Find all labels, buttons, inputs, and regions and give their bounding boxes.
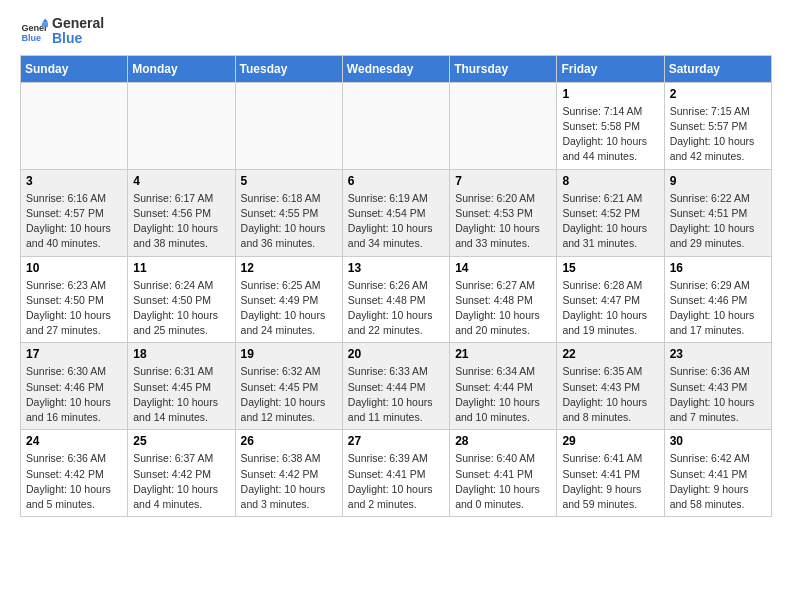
day-number: 9 <box>670 174 766 188</box>
calendar-cell: 15Sunrise: 6:28 AMSunset: 4:47 PMDayligh… <box>557 256 664 343</box>
calendar-week-row: 1Sunrise: 7:14 AMSunset: 5:58 PMDaylight… <box>21 82 772 169</box>
day-info: Sunrise: 6:35 AMSunset: 4:43 PMDaylight:… <box>562 364 658 425</box>
day-info: Sunrise: 6:31 AMSunset: 4:45 PMDaylight:… <box>133 364 229 425</box>
day-info: Sunrise: 6:26 AMSunset: 4:48 PMDaylight:… <box>348 278 444 339</box>
day-number: 5 <box>241 174 337 188</box>
weekday-header: Tuesday <box>235 55 342 82</box>
day-number: 1 <box>562 87 658 101</box>
calendar-cell: 8Sunrise: 6:21 AMSunset: 4:52 PMDaylight… <box>557 169 664 256</box>
calendar-cell: 30Sunrise: 6:42 AMSunset: 4:41 PMDayligh… <box>664 430 771 517</box>
day-number: 12 <box>241 261 337 275</box>
day-number: 7 <box>455 174 551 188</box>
calendar-table: SundayMondayTuesdayWednesdayThursdayFrid… <box>20 55 772 517</box>
day-number: 4 <box>133 174 229 188</box>
calendar-week-row: 10Sunrise: 6:23 AMSunset: 4:50 PMDayligh… <box>21 256 772 343</box>
day-number: 16 <box>670 261 766 275</box>
day-number: 2 <box>670 87 766 101</box>
calendar-cell: 24Sunrise: 6:36 AMSunset: 4:42 PMDayligh… <box>21 430 128 517</box>
day-info: Sunrise: 6:19 AMSunset: 4:54 PMDaylight:… <box>348 191 444 252</box>
day-info: Sunrise: 7:15 AMSunset: 5:57 PMDaylight:… <box>670 104 766 165</box>
day-number: 19 <box>241 347 337 361</box>
calendar-cell: 20Sunrise: 6:33 AMSunset: 4:44 PMDayligh… <box>342 343 449 430</box>
calendar-cell <box>342 82 449 169</box>
calendar-cell: 26Sunrise: 6:38 AMSunset: 4:42 PMDayligh… <box>235 430 342 517</box>
calendar-cell: 12Sunrise: 6:25 AMSunset: 4:49 PMDayligh… <box>235 256 342 343</box>
day-info: Sunrise: 6:36 AMSunset: 4:42 PMDaylight:… <box>26 451 122 512</box>
day-info: Sunrise: 6:37 AMSunset: 4:42 PMDaylight:… <box>133 451 229 512</box>
calendar-cell: 6Sunrise: 6:19 AMSunset: 4:54 PMDaylight… <box>342 169 449 256</box>
calendar-cell: 25Sunrise: 6:37 AMSunset: 4:42 PMDayligh… <box>128 430 235 517</box>
day-number: 24 <box>26 434 122 448</box>
calendar-cell: 22Sunrise: 6:35 AMSunset: 4:43 PMDayligh… <box>557 343 664 430</box>
day-info: Sunrise: 6:24 AMSunset: 4:50 PMDaylight:… <box>133 278 229 339</box>
day-number: 3 <box>26 174 122 188</box>
day-info: Sunrise: 6:16 AMSunset: 4:57 PMDaylight:… <box>26 191 122 252</box>
weekday-header: Friday <box>557 55 664 82</box>
weekday-header: Sunday <box>21 55 128 82</box>
day-number: 26 <box>241 434 337 448</box>
logo-blue-text: Blue <box>52 31 104 46</box>
page-header: General Blue General Blue <box>20 16 772 47</box>
day-info: Sunrise: 6:20 AMSunset: 4:53 PMDaylight:… <box>455 191 551 252</box>
day-number: 27 <box>348 434 444 448</box>
day-number: 17 <box>26 347 122 361</box>
day-number: 23 <box>670 347 766 361</box>
day-info: Sunrise: 6:33 AMSunset: 4:44 PMDaylight:… <box>348 364 444 425</box>
day-number: 14 <box>455 261 551 275</box>
day-info: Sunrise: 6:17 AMSunset: 4:56 PMDaylight:… <box>133 191 229 252</box>
day-info: Sunrise: 6:39 AMSunset: 4:41 PMDaylight:… <box>348 451 444 512</box>
calendar-cell: 3Sunrise: 6:16 AMSunset: 4:57 PMDaylight… <box>21 169 128 256</box>
calendar-cell: 13Sunrise: 6:26 AMSunset: 4:48 PMDayligh… <box>342 256 449 343</box>
svg-text:Blue: Blue <box>21 33 41 43</box>
day-info: Sunrise: 6:21 AMSunset: 4:52 PMDaylight:… <box>562 191 658 252</box>
weekday-header: Monday <box>128 55 235 82</box>
day-number: 20 <box>348 347 444 361</box>
day-number: 25 <box>133 434 229 448</box>
calendar-cell: 23Sunrise: 6:36 AMSunset: 4:43 PMDayligh… <box>664 343 771 430</box>
calendar-cell: 7Sunrise: 6:20 AMSunset: 4:53 PMDaylight… <box>450 169 557 256</box>
day-number: 8 <box>562 174 658 188</box>
day-info: Sunrise: 6:18 AMSunset: 4:55 PMDaylight:… <box>241 191 337 252</box>
day-info: Sunrise: 6:28 AMSunset: 4:47 PMDaylight:… <box>562 278 658 339</box>
calendar-cell <box>128 82 235 169</box>
day-info: Sunrise: 6:32 AMSunset: 4:45 PMDaylight:… <box>241 364 337 425</box>
logo-general-text: General <box>52 16 104 31</box>
day-info: Sunrise: 6:34 AMSunset: 4:44 PMDaylight:… <box>455 364 551 425</box>
calendar-cell: 11Sunrise: 6:24 AMSunset: 4:50 PMDayligh… <box>128 256 235 343</box>
day-info: Sunrise: 6:42 AMSunset: 4:41 PMDaylight:… <box>670 451 766 512</box>
calendar-week-row: 24Sunrise: 6:36 AMSunset: 4:42 PMDayligh… <box>21 430 772 517</box>
day-info: Sunrise: 6:36 AMSunset: 4:43 PMDaylight:… <box>670 364 766 425</box>
calendar-cell: 28Sunrise: 6:40 AMSunset: 4:41 PMDayligh… <box>450 430 557 517</box>
day-info: Sunrise: 6:25 AMSunset: 4:49 PMDaylight:… <box>241 278 337 339</box>
day-number: 13 <box>348 261 444 275</box>
day-info: Sunrise: 6:30 AMSunset: 4:46 PMDaylight:… <box>26 364 122 425</box>
day-info: Sunrise: 6:23 AMSunset: 4:50 PMDaylight:… <box>26 278 122 339</box>
logo: General Blue General Blue <box>20 16 104 47</box>
weekday-header: Wednesday <box>342 55 449 82</box>
day-info: Sunrise: 6:38 AMSunset: 4:42 PMDaylight:… <box>241 451 337 512</box>
calendar-cell: 9Sunrise: 6:22 AMSunset: 4:51 PMDaylight… <box>664 169 771 256</box>
weekday-header: Saturday <box>664 55 771 82</box>
day-number: 10 <box>26 261 122 275</box>
calendar-cell: 27Sunrise: 6:39 AMSunset: 4:41 PMDayligh… <box>342 430 449 517</box>
day-info: Sunrise: 6:41 AMSunset: 4:41 PMDaylight:… <box>562 451 658 512</box>
calendar-header-row: SundayMondayTuesdayWednesdayThursdayFrid… <box>21 55 772 82</box>
logo-icon: General Blue <box>20 17 48 45</box>
day-info: Sunrise: 7:14 AMSunset: 5:58 PMDaylight:… <box>562 104 658 165</box>
calendar-cell: 18Sunrise: 6:31 AMSunset: 4:45 PMDayligh… <box>128 343 235 430</box>
calendar-cell: 5Sunrise: 6:18 AMSunset: 4:55 PMDaylight… <box>235 169 342 256</box>
day-number: 29 <box>562 434 658 448</box>
day-number: 22 <box>562 347 658 361</box>
day-number: 28 <box>455 434 551 448</box>
day-info: Sunrise: 6:40 AMSunset: 4:41 PMDaylight:… <box>455 451 551 512</box>
day-number: 30 <box>670 434 766 448</box>
day-number: 21 <box>455 347 551 361</box>
calendar-week-row: 17Sunrise: 6:30 AMSunset: 4:46 PMDayligh… <box>21 343 772 430</box>
calendar-cell: 17Sunrise: 6:30 AMSunset: 4:46 PMDayligh… <box>21 343 128 430</box>
day-number: 11 <box>133 261 229 275</box>
weekday-header: Thursday <box>450 55 557 82</box>
calendar-cell: 2Sunrise: 7:15 AMSunset: 5:57 PMDaylight… <box>664 82 771 169</box>
calendar-cell <box>450 82 557 169</box>
day-info: Sunrise: 6:29 AMSunset: 4:46 PMDaylight:… <box>670 278 766 339</box>
calendar-cell <box>21 82 128 169</box>
